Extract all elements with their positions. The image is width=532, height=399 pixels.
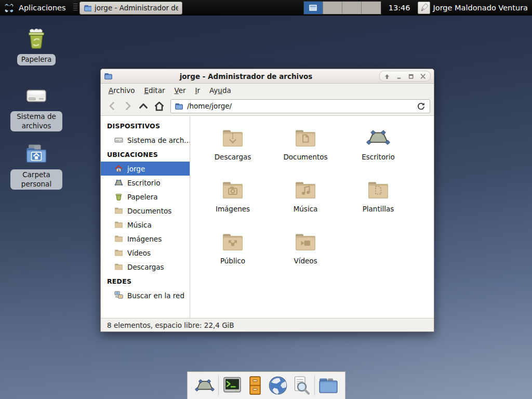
file-label: Vídeos <box>294 257 317 265</box>
desktop-icon-label: Papelera <box>17 54 56 65</box>
menu-ayuda[interactable]: Ayuda <box>205 85 236 96</box>
dock-show-desktop-button[interactable] <box>193 374 216 397</box>
sidebar-item-jorge[interactable]: jorge <box>101 162 190 176</box>
sidebar-item-videos[interactable]: Vídeos <box>101 246 190 260</box>
forward-button[interactable] <box>120 99 136 113</box>
menu-editar[interactable]: Editar <box>139 85 169 96</box>
taskbar-window-button[interactable]: jorge - Administrador de... <box>79 2 182 15</box>
sidebar: DISPOSITIVOS Sistema de arch...UBICACION… <box>101 116 190 318</box>
sidebar-item-buscar-en-la-red[interactable]: Buscar en la red <box>101 288 190 302</box>
file-plantillas[interactable]: Plantillas <box>342 173 415 225</box>
sidebar-item-label: Papelera <box>127 193 158 201</box>
applications-menu-label: Aplicaciones <box>19 4 66 12</box>
folder-template-icon <box>366 177 391 202</box>
sidebar-item-musica[interactable]: Música <box>101 218 190 232</box>
folder-camera-icon <box>220 177 245 202</box>
dock-terminal-button[interactable] <box>221 374 244 397</box>
dock-search-button[interactable] <box>289 374 312 397</box>
xfce-logo-icon <box>3 2 15 14</box>
home-button[interactable] <box>151 99 167 113</box>
homefolder-desktop-icon <box>23 141 49 167</box>
file-musica[interactable]: Música <box>269 173 342 225</box>
window-titlebar[interactable]: jorge - Administrador de archivos <box>101 69 434 84</box>
file-manager-window: jorge - Administrador de archivos Archiv… <box>100 69 434 332</box>
workspace-4[interactable] <box>362 2 381 14</box>
file-label: Descargas <box>215 153 251 161</box>
terminal-icon <box>222 375 243 396</box>
workspace-1[interactable] <box>304 2 323 14</box>
up-button[interactable] <box>136 99 151 113</box>
desktop-icon-sistema-de-archivos[interactable]: Sistema de archivos <box>9 83 63 131</box>
sidebar-item-label: Sistema de arch... <box>127 136 190 144</box>
folder-small-icon <box>114 220 123 229</box>
file-escritorio[interactable]: Escritorio <box>342 121 415 173</box>
taskbar-grip <box>73 4 77 12</box>
sidebar-item-imagenes[interactable]: Imágenes <box>101 232 190 246</box>
workspace-2[interactable] <box>323 2 342 14</box>
dock-web-browser-button[interactable] <box>267 374 289 397</box>
window-icon <box>104 72 113 81</box>
file-descargas[interactable]: Descargas <box>196 121 269 173</box>
workspace-3[interactable] <box>342 2 362 14</box>
taskbar-window-label: jorge - Administrador de... <box>95 4 178 12</box>
file-label: Documentos <box>283 153 327 161</box>
folder-share-icon <box>220 229 245 254</box>
sidebar-item-documentos[interactable]: Documentos <box>101 204 190 218</box>
window-buttons <box>379 71 431 82</box>
sidebar-header-redes: REDES <box>101 274 190 288</box>
back-button[interactable] <box>104 99 120 113</box>
folder-video-icon <box>293 229 318 254</box>
network-small-icon <box>114 291 123 300</box>
file-label: Escritorio <box>362 153 394 161</box>
sidebar-item-escritorio[interactable]: Escritorio <box>101 176 190 190</box>
sidebar-header-dispositivos: DISPOSITIVOS <box>101 118 190 133</box>
shade-button[interactable] <box>381 72 393 81</box>
trash-small-icon <box>114 192 123 201</box>
file-label: Plantillas <box>363 205 394 213</box>
desktop-icon-label: Sistema de archivos <box>10 111 62 131</box>
reload-icon[interactable] <box>416 101 426 111</box>
sidebar-item-label: Música <box>127 221 152 229</box>
minimize-button[interactable] <box>393 72 405 81</box>
applications-menu[interactable]: Aplicaciones <box>0 0 70 16</box>
dock-file-manager-button[interactable] <box>317 374 340 397</box>
maximize-button[interactable] <box>405 72 417 81</box>
desktop-icon-papelera[interactable]: Papelera <box>9 26 63 65</box>
sidebar-item-label: Descargas <box>127 263 164 271</box>
desktop-large-icon <box>366 125 391 150</box>
statusbar-text: 8 elementos, espacio libre: 22,4 GiB <box>107 321 234 329</box>
dock-file-cabinet-button[interactable] <box>244 374 267 397</box>
search-icon <box>290 375 311 396</box>
clock: 13:46 <box>389 4 410 12</box>
dock-separator <box>218 376 219 395</box>
sidebar-item-label: Vídeos <box>127 249 151 257</box>
file-documentos[interactable]: Documentos <box>269 121 342 173</box>
file-imagenes[interactable]: Imágenes <box>196 173 269 225</box>
home-small-icon <box>114 164 123 173</box>
sidebar-item-sistema-de-arch[interactable]: Sistema de arch... <box>101 133 190 147</box>
file-publico[interactable]: Público <box>196 225 269 277</box>
menu-ver[interactable]: Ver <box>169 85 190 96</box>
close-button[interactable] <box>417 72 429 81</box>
menu-ir[interactable]: Ir <box>191 85 205 96</box>
file-manager-icon <box>318 375 339 396</box>
file-videos[interactable]: Vídeos <box>269 225 342 277</box>
desktop-small-icon <box>114 178 123 187</box>
user-session-button[interactable]: Jorge Maldonado Ventura <box>416 0 532 16</box>
path-entry[interactable]: /home/jorge/ <box>170 99 430 113</box>
menu-archivo[interactable]: Archivo <box>104 85 139 96</box>
folder-document-icon <box>293 125 318 150</box>
folder-small-icon <box>114 234 123 243</box>
session-icon <box>418 2 430 14</box>
panel-right-area: 13:46 Jorge Maldonado Ventura <box>303 0 532 16</box>
sidebar-item-descargas[interactable]: Descargas <box>101 260 190 274</box>
path-text: /home/jorge/ <box>187 102 413 110</box>
dock-separator <box>314 376 315 395</box>
path-folder-icon <box>175 102 183 111</box>
show-desktop-icon <box>194 375 215 396</box>
sidebar-item-label: jorge <box>127 165 145 173</box>
window-content: DISPOSITIVOS Sistema de arch...UBICACION… <box>101 116 434 318</box>
sidebar-item-papelera[interactable]: Papelera <box>101 190 190 204</box>
harddrive-small-icon <box>114 136 123 144</box>
desktop-icon-carpeta-personal[interactable]: Carpeta personal <box>9 141 63 190</box>
